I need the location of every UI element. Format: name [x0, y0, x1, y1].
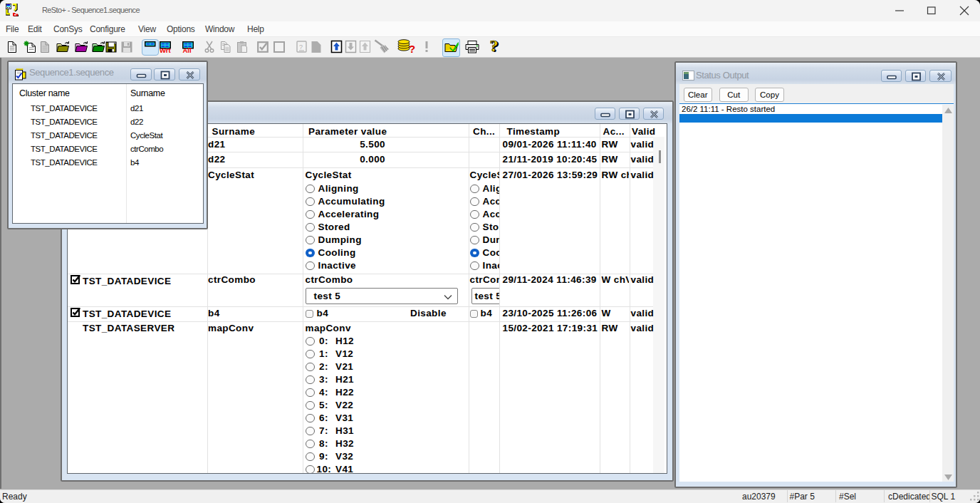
- svg-text:?: ?: [299, 43, 303, 51]
- svg-text:Wrt: Wrt: [160, 46, 171, 53]
- svg-text:?: ?: [409, 43, 415, 55]
- svg-text:?: ?: [490, 38, 499, 55]
- svg-text:All: All: [182, 46, 191, 53]
